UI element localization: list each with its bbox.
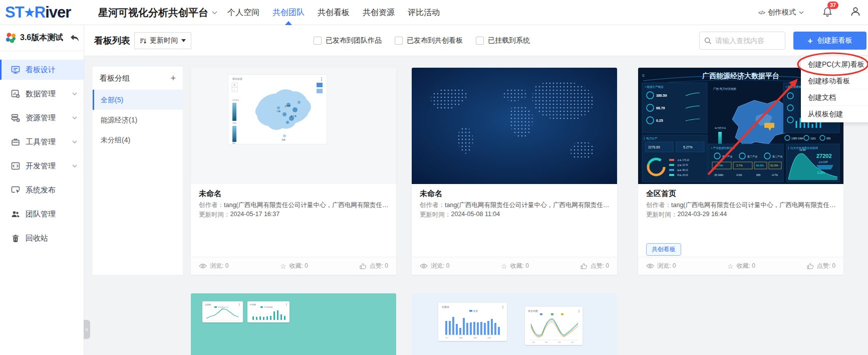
- sidebar-item-team-management[interactable]: 团队管理: [0, 204, 84, 224]
- svg-text:860: 860: [232, 142, 235, 144]
- thumbs-up-icon: [360, 263, 367, 269]
- group-item-ungrouped[interactable]: 未分组(4): [93, 130, 183, 150]
- board-thumbnail[interactable]: 图表标题 + - 京津冀长三角川渝 海南 120,9542976 860: [191, 68, 396, 184]
- mini-bar-chart-panel: 柱状图 平均降雨量: [247, 301, 290, 322]
- add-group-button[interactable]: +: [170, 74, 176, 83]
- views-stat[interactable]: 浏览: 0: [199, 262, 228, 270]
- menu-item-create-document[interactable]: 创建文档: [801, 89, 868, 106]
- trash-icon: [11, 234, 20, 243]
- plus-icon: +: [808, 37, 813, 45]
- checkbox[interactable]: [476, 37, 484, 45]
- svg-text:图表标题: 图表标题: [232, 77, 242, 81]
- favorites-stat[interactable]: ☆ 收藏: 0: [727, 262, 755, 270]
- views-stat[interactable]: 浏览: 0: [420, 262, 449, 270]
- filter-published-coboard[interactable]: 已发布到共创看板: [395, 36, 463, 45]
- notifications-button[interactable]: 37: [822, 6, 834, 20]
- nav-co-board[interactable]: 共创看板: [317, 0, 351, 25]
- favorites-stat[interactable]: ☆ 收藏: 0: [280, 262, 308, 270]
- likes-stat[interactable]: 点赞: 0: [807, 262, 835, 270]
- svg-text:水电 23.70: 水电 23.70: [677, 164, 688, 166]
- svg-text:3月: 3月: [545, 341, 547, 343]
- sidebar-item-label: 工具管理: [26, 137, 56, 147]
- sidebar-item-board-design[interactable]: 看板设计: [0, 60, 84, 80]
- nav-review-activity[interactable]: 评比活动: [407, 0, 441, 25]
- menu-item-create-pc-board[interactable]: 创建PC(大屏)看板: [801, 56, 868, 73]
- user-menu-button[interactable]: [850, 6, 861, 19]
- board-card-1[interactable]: 图表标题 + - 京津冀长三角川渝 海南 120,9542976 860 未命名: [191, 68, 396, 275]
- header-right: </> 创作模式 37: [758, 0, 868, 25]
- data-management-icon: [11, 89, 20, 98]
- svg-text:1385 GWh: 1385 GWh: [791, 137, 803, 140]
- menu-item-create-mobile-board[interactable]: 创建移动看板: [801, 73, 868, 89]
- svg-text:平均降雨量: 平均降雨量: [264, 306, 273, 308]
- board-thumbnail[interactable]: [412, 68, 617, 184]
- filter-published-team[interactable]: 已发布到团队作品: [314, 36, 382, 45]
- sidebar-item-resource-management[interactable]: 资源管理: [0, 108, 84, 128]
- board-card-2[interactable]: 未命名 创作者： tang(广西电网有限责任公司计量中心，广西电网有限责任公..…: [412, 68, 617, 275]
- sidebar-item-system-publish[interactable]: 系统发布: [0, 180, 84, 200]
- likes-stat[interactable]: 点赞: 0: [581, 262, 609, 270]
- svg-text:多折线图: 多折线图: [528, 309, 538, 313]
- board-updated-row: 更新时间： 2024-05-08 11:04: [420, 211, 611, 219]
- search-box: [699, 32, 785, 50]
- svg-text:380.59: 380.59: [656, 94, 667, 97]
- star-icon: ☆: [501, 263, 507, 270]
- sort-label: 更新时间: [150, 36, 178, 45]
- caret-down-icon: [181, 39, 186, 42]
- board-title[interactable]: 未命名: [420, 189, 442, 199]
- svg-text:火电 176.22: 火电 176.22: [677, 159, 690, 161]
- mini-bar-chart-panel: 柱图表 数量 南宁柳州桂林玉林: [438, 303, 507, 341]
- board-card-5[interactable]: 柱图表 数量 南宁柳州桂林玉林 多折线图: [412, 293, 617, 355]
- search-input[interactable]: [715, 37, 775, 45]
- svg-text:玉林: 玉林: [487, 336, 491, 339]
- svg-text:当年GDP: 当年GDP: [818, 161, 828, 163]
- nav-co-resource[interactable]: 共创资源: [362, 0, 396, 25]
- creation-mode-switcher[interactable]: </> 创作模式: [758, 8, 804, 17]
- svg-text:京津冀: 京津冀: [284, 105, 291, 107]
- board-card-4[interactable]: 折线图 平均温度 (°C) 柱状图 平均降雨量: [191, 293, 396, 355]
- team-switcher[interactable]: 3.6版本测试: [0, 25, 84, 51]
- board-card-footer: 浏览: 0 ☆ 收藏: 0 点赞: 0: [412, 257, 617, 275]
- board-creator-row: 创作者： tang(广西电网有限责任公司计量中心，广西电网有限责任公...: [420, 201, 611, 210]
- platform-title[interactable]: 星河可视化分析共创平台: [98, 0, 217, 25]
- sidebar-item-recycle-bin[interactable]: 回收站: [0, 228, 84, 248]
- sidebar-item-label: 开发管理: [26, 161, 56, 171]
- group-item-all[interactable]: 全部(5): [93, 90, 183, 110]
- filter-mounted-system[interactable]: 已挂载到系统: [476, 36, 530, 45]
- board-card-footer: 浏览: 0 ☆ 收藏: 0 点赞: 0: [638, 257, 843, 275]
- svg-text:风电 20.03: 风电 20.03: [677, 174, 688, 176]
- likes-stat[interactable]: 点赞: 0: [360, 262, 388, 270]
- svg-text:0.25: 0.25: [656, 119, 663, 122]
- svg-text:柱图表: 柱图表: [442, 305, 449, 309]
- create-board-menu: 创建PC(大屏)看板 创建移动看板 创建文档 从模板创建: [801, 56, 868, 122]
- stariver-logo[interactable]: ST★River: [5, 2, 71, 23]
- views-stat[interactable]: 浏览: 0: [646, 262, 676, 270]
- svg-text:海南: 海南: [281, 138, 285, 141]
- chevron-down-icon: [72, 140, 77, 143]
- board-design-icon: [11, 65, 20, 74]
- eye-icon: [420, 263, 428, 269]
- menu-item-create-from-template[interactable]: 从模板创建: [801, 106, 868, 122]
- board-title[interactable]: 全区首页: [646, 189, 676, 199]
- nav-co-team[interactable]: 共创团队: [271, 0, 306, 25]
- groups-title: 看板分组: [100, 74, 170, 83]
- board-toolbar: 看板列表 更新时间 已发布到团队作品 已发布到共创看板 已挂载到系统: [84, 25, 868, 56]
- create-board-button[interactable]: + 创建新看板: [793, 32, 866, 50]
- checkbox[interactable]: [314, 37, 322, 45]
- favorites-stat[interactable]: ☆ 收藏: 0: [501, 262, 529, 270]
- mini-line-chart-panel: 多折线图 1月3月5月7月: [525, 307, 583, 345]
- back-arrow-icon[interactable]: [70, 34, 80, 43]
- svg-text:第一产业: 第一产业: [722, 155, 732, 158]
- sidebar-collapse-handle[interactable]: <: [84, 320, 90, 339]
- sort-dropdown[interactable]: 更新时间: [134, 32, 191, 49]
- checkbox[interactable]: [395, 37, 403, 45]
- board-title[interactable]: 未命名: [199, 189, 221, 199]
- sidebar-item-data-management[interactable]: 数据管理: [0, 84, 84, 104]
- group-item-energy[interactable]: 能源经济(1): [93, 110, 183, 130]
- logo-r: R: [35, 4, 45, 22]
- china-map-preview: 图表标题 + - 京津冀长三角川渝 海南 120,9542976 860: [228, 74, 327, 144]
- nav-personal-space[interactable]: 个人空间: [226, 0, 260, 25]
- svg-text:35 GWh: 35 GWh: [714, 173, 724, 176]
- sidebar-item-tool-management[interactable]: 工具管理: [0, 132, 84, 152]
- sidebar-item-dev-management[interactable]: 开发管理: [0, 156, 84, 176]
